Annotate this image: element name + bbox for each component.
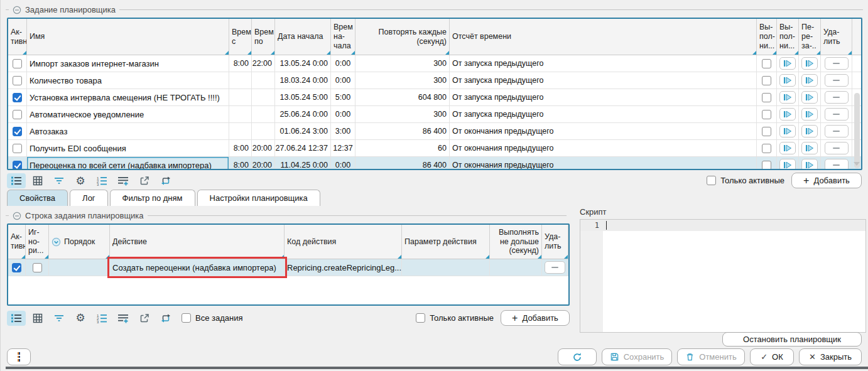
cell-start-date[interactable]: 25.06.24 0:00 <box>275 106 331 122</box>
delete-row-button[interactable] <box>825 57 849 70</box>
run-now-button[interactable] <box>779 125 796 137</box>
row-active-checkbox[interactable] <box>13 59 22 68</box>
cell-name[interactable]: Получить EDI сообщения <box>27 140 229 156</box>
restart-button[interactable] <box>801 91 818 104</box>
column-time-to-header[interactable]: Врем по <box>252 19 275 55</box>
repeat-loop-icon[interactable] <box>156 311 175 326</box>
table-row-selected[interactable]: Переоценка по всей сети (надбавка импорт… <box>8 157 861 170</box>
cell-name[interactable]: Переоценка по всей сети (надбавка импорт… <box>27 157 229 170</box>
cell-start-date[interactable]: 27.06.24 12:37 <box>275 140 331 156</box>
stop-scheduler-button[interactable]: Остановить планировщик <box>722 332 862 347</box>
run-now-button[interactable] <box>779 108 796 121</box>
open-external-icon[interactable] <box>135 173 154 188</box>
cell-name[interactable]: Количество товара <box>27 72 229 89</box>
add-list-row-icon[interactable] <box>114 173 133 188</box>
run-now-button[interactable] <box>779 91 796 104</box>
delete-row-button[interactable] <box>825 91 849 104</box>
row-active-checkbox[interactable] <box>13 144 22 153</box>
filter-icon[interactable] <box>50 173 68 188</box>
run-checkbox[interactable] <box>762 144 771 153</box>
cell-time-to[interactable]: 20:00 <box>252 157 275 170</box>
restart-button[interactable] <box>801 125 818 137</box>
cell-timing[interactable]: От окончания предыдущего <box>450 157 757 170</box>
cell-action-highlighted[interactable]: Создать переоценки (надбавка импортера) <box>110 259 285 276</box>
table-row[interactable]: Автозаказ 01.06.24 3:00 3:00 86 400 От о… <box>8 123 861 140</box>
delete-row-button[interactable] <box>825 74 849 87</box>
cell-start-time[interactable]: 0:00 <box>331 72 355 89</box>
restart-button[interactable] <box>801 57 818 70</box>
vertical-scrollbar-thumb[interactable] <box>854 93 860 168</box>
cell-name[interactable]: Установка интервала смещения (НЕ ТРОГАТЬ… <box>27 89 229 105</box>
cell-repeat[interactable]: 300 <box>355 72 450 89</box>
cell-start-time[interactable]: 5:00 <box>331 89 355 105</box>
cell-time-from[interactable] <box>229 106 252 122</box>
list-view-icon[interactable] <box>7 173 26 188</box>
delete-row-button[interactable] <box>825 125 849 137</box>
cell-start-time[interactable]: 12:37 <box>331 140 355 156</box>
script-editor[interactable]: 1 <box>580 219 866 333</box>
column-timing-header[interactable]: Отсчёт времени <box>450 19 757 55</box>
run-now-button[interactable] <box>779 159 796 170</box>
cell-timing[interactable]: От окончания предыдущего <box>450 140 757 156</box>
row-active-checkbox[interactable] <box>13 161 22 170</box>
only-active-filter[interactable]: Только активные <box>707 176 784 185</box>
column-repeat-header[interactable]: Повторять каждые (секунд) <box>355 19 450 55</box>
cell-start-time[interactable]: 0:00 <box>331 55 355 72</box>
cell-start-date[interactable]: 01.06.24 3:00 <box>275 123 331 139</box>
column-restart-header[interactable]: Пе-ре-за-.. <box>799 19 821 55</box>
scrollbar-down-arrow[interactable] <box>854 162 860 166</box>
cell-timing[interactable]: От запуска предыдущего <box>450 55 757 72</box>
row-active-checkbox[interactable] <box>13 127 22 136</box>
cell-repeat[interactable]: 86 400 <box>355 157 450 170</box>
column-delete-header[interactable]: Уда-лить <box>542 225 568 259</box>
cell-timing[interactable]: От запуска предыдущего <box>450 106 757 122</box>
column-active-header[interactable]: Ак-тивн <box>8 19 27 55</box>
only-active-checkbox[interactable] <box>707 176 716 185</box>
column-delete-header[interactable]: Уда-лить <box>821 19 852 55</box>
ignore-checkbox[interactable] <box>33 263 42 272</box>
column-ignore-header[interactable]: Иг-но-ри... <box>26 225 49 259</box>
run-checkbox[interactable] <box>762 110 771 119</box>
all-tasks-filter[interactable]: Все задания <box>182 313 243 323</box>
cell-name[interactable]: Автозаказ <box>27 123 229 139</box>
column-action-param-header[interactable]: Параметр действия <box>402 225 490 259</box>
only-active-filter[interactable]: Только активные <box>416 313 494 323</box>
cell-start-date[interactable]: 11.04.25 0:00 <box>275 157 331 170</box>
run-now-button[interactable] <box>779 74 796 87</box>
cell-timing[interactable]: От запуска предыдущего <box>450 89 757 105</box>
delete-row-button[interactable] <box>545 261 565 274</box>
run-checkbox[interactable] <box>762 161 771 170</box>
row-active-checkbox[interactable] <box>13 110 22 119</box>
cell-order[interactable] <box>49 259 110 276</box>
cell-time-from[interactable] <box>229 72 252 89</box>
cell-time-from[interactable]: 8:00 <box>229 140 252 156</box>
cell-action-code[interactable]: Repricing.createRepricingLeg... <box>285 259 402 276</box>
cell-timing[interactable]: От запуска предыдущего <box>450 72 757 89</box>
open-external-icon[interactable] <box>135 311 154 326</box>
restart-button[interactable] <box>801 108 818 121</box>
cell-repeat[interactable]: 86 400 <box>355 123 450 139</box>
cancel-button[interactable]: Отменить <box>677 348 745 365</box>
collapse-icon[interactable] <box>13 212 21 220</box>
column-time-from-header[interactable]: Врем с <box>229 19 252 55</box>
cell-time-from[interactable] <box>229 89 252 105</box>
close-button[interactable]: Закрыть <box>799 348 862 365</box>
table-row[interactable]: Автоматическое уведомление 25.06.24 0:00… <box>8 106 861 123</box>
table-row[interactable]: Импорт заказов интернет-магазин 8:00 22:… <box>8 55 861 72</box>
cell-name[interactable]: Автоматическое уведомление <box>27 106 229 122</box>
all-tasks-checkbox[interactable] <box>182 313 191 323</box>
cell-time-to[interactable]: 22:00 <box>252 55 275 72</box>
numbered-list-icon[interactable]: 123 <box>92 173 111 188</box>
cell-start-time[interactable]: 0:00 <box>331 157 355 170</box>
menu-kebab-button[interactable] <box>7 348 31 365</box>
table-row[interactable]: Установка интервала смещения (НЕ ТРОГАТЬ… <box>8 89 861 106</box>
tab-day-filter[interactable]: Фильтр по дням <box>110 190 195 206</box>
column-start-date-header[interactable]: Дата начала <box>275 19 331 55</box>
cell-time-from[interactable]: 8:00 <box>229 157 252 170</box>
list-view-icon[interactable] <box>7 311 26 326</box>
restart-button[interactable] <box>801 142 818 154</box>
run-now-button[interactable] <box>779 142 796 154</box>
cell-start-date[interactable]: 18.03.24 0:00 <box>275 72 331 89</box>
cell-repeat[interactable]: 300 <box>355 55 450 72</box>
numbered-list-icon[interactable]: 123 <box>92 311 111 326</box>
